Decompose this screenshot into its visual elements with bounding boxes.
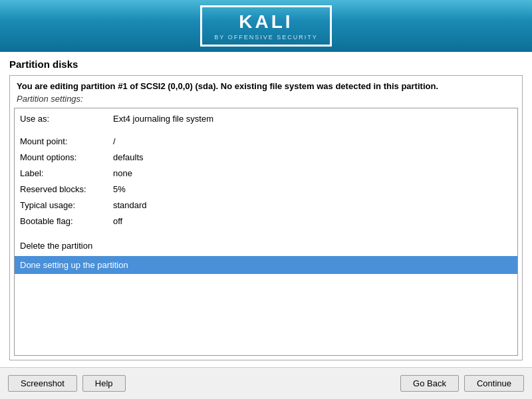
setting-row-bootable-flag[interactable]: Bootable flag: off [15,214,517,230]
setting-value-mount-point: / [113,136,116,146]
description-area: You are editing partition #1 of SCSI2 (0… [10,76,522,108]
setting-label-typical-usage: Typical usage: [20,200,113,210]
screenshot-button[interactable]: Screenshot [8,375,77,392]
setting-label-mount-point: Mount point: [20,136,113,146]
setting-row-use-as[interactable]: Use as: Ext4 journaling file system [15,108,517,128]
setting-label-use-as: Use as: [20,114,113,124]
go-back-button[interactable]: Go Back [400,375,459,392]
content-box: You are editing partition #1 of SCSI2 (0… [9,75,523,360]
description-text: You are editing partition #1 of SCSI2 (0… [17,81,515,91]
partition-settings-label: Partition settings: [17,94,515,104]
setting-row-label[interactable]: Label: none [15,166,517,182]
setting-row-reserved-blocks[interactable]: Reserved blocks: 5% [15,182,517,198]
kali-logo-sub: BY OFFENSIVE SECURITY [214,34,317,41]
delete-partition-row[interactable]: Delete the partition [15,237,517,256]
setting-value-bootable-flag: off [113,216,122,226]
setting-value-mount-options: defaults [113,152,144,162]
kali-logo-text: KALI [214,11,317,33]
header: KALI BY OFFENSIVE SECURITY [0,0,532,52]
footer: Screenshot Help Go Back Continue [0,367,532,399]
done-setting-up-label: Done setting up the partition [20,260,128,270]
setting-row-mount-point[interactable]: Mount point: / [15,134,517,150]
setting-value-reserved-blocks: 5% [113,184,126,194]
setting-row-typical-usage[interactable]: Typical usage: standard [15,198,517,214]
setting-row-mount-options[interactable]: Mount options: defaults [15,150,517,166]
setting-value-typical-usage: standard [113,200,147,210]
page-title: Partition disks [9,59,523,70]
continue-button[interactable]: Continue [464,375,524,392]
setting-label-bootable-flag: Bootable flag: [20,216,113,226]
spacer [15,128,517,134]
setting-value-label: none [113,168,132,178]
settings-table: Use as: Ext4 journaling file system Moun… [14,108,518,356]
footer-left: Screenshot Help [8,375,126,392]
delete-partition-label[interactable]: Delete the partition [20,241,92,251]
done-setting-up-row[interactable]: Done setting up the partition [15,256,517,274]
help-button[interactable]: Help [82,375,126,392]
setting-label-reserved-blocks: Reserved blocks: [20,184,113,194]
setting-value-use-as: Ext4 journaling file system [113,114,213,124]
spacer2 [15,230,517,237]
main-content: Partition disks You are editing partitio… [0,52,532,367]
setting-label-label: Label: [20,168,113,178]
footer-right: Go Back Continue [400,375,524,392]
setting-label-mount-options: Mount options: [20,152,113,162]
kali-logo: KALI BY OFFENSIVE SECURITY [200,5,331,47]
